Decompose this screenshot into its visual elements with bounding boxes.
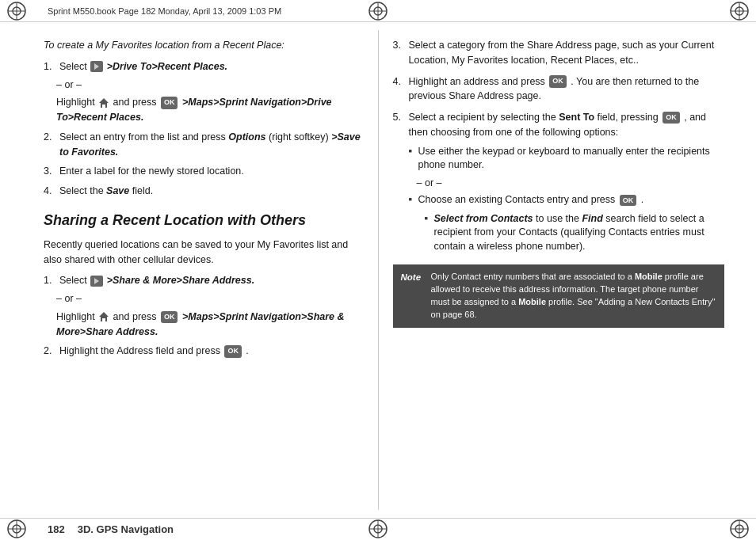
corner-bl-decoration xyxy=(6,519,27,539)
bullet2-text: Choose an existing Contacts entry and pr… xyxy=(418,194,618,205)
corner-br-decoration xyxy=(729,519,750,539)
left2-step-1: 1. Select >Share & More>Share Address. –… xyxy=(44,273,364,339)
left-column: To create a My Favorites location from a… xyxy=(0,22,378,518)
step2-2-period: . xyxy=(246,345,248,356)
bullet-item-2: Choose an existing Contacts entry and pr… xyxy=(409,193,724,253)
right-step5-text: Select a recipient by selecting the Sent… xyxy=(409,112,662,123)
step-1-content: Select >Drive To>Recent Places. xyxy=(59,59,364,74)
step3-text: Enter a label for the newly stored locat… xyxy=(59,165,244,177)
step2-1-or: – or – xyxy=(56,291,364,306)
section-para: Recently queried locations can be saved … xyxy=(44,238,364,268)
right-step-num-5: 5. xyxy=(393,110,406,125)
step2-num-1: 1. xyxy=(44,273,56,288)
nav-arrow-icon-2 xyxy=(90,276,103,287)
corner-tr-decoration xyxy=(729,1,750,21)
ok-btn-3: OK xyxy=(224,345,242,358)
step1-and-press: and press xyxy=(113,97,159,108)
step2-2-text: Highlight the Address field and press xyxy=(59,345,223,356)
right-step-4-content: Highlight an address and press OK . You … xyxy=(409,74,724,105)
step2-1-highlight: Highlight and press OK >Maps>Sprint Navi… xyxy=(56,310,364,340)
ok-btn-5: OK xyxy=(662,112,680,124)
step2-2-content: Highlight the Address field and press OK… xyxy=(59,344,364,359)
sub-bullet-select-from: Select from Contacts xyxy=(434,213,533,224)
corner-tl-decoration xyxy=(6,1,27,21)
sub-bullet-list: Select from Contacts to use the Find sea… xyxy=(425,212,724,254)
home-icon-1 xyxy=(98,97,109,108)
bullet-list-1: Use either the keypad or keyboard to man… xyxy=(409,145,724,173)
nav-arrow-icon-1 xyxy=(90,61,103,72)
step-num-3: 3. xyxy=(44,164,56,179)
note-box: Note Only Contact entry numbers that are… xyxy=(393,264,724,328)
bullet-item-1: Use either the keypad or keyboard to man… xyxy=(409,145,724,173)
step2-1-hl-content: Highlight and press OK >Maps>Sprint Navi… xyxy=(56,310,364,340)
or-between-bullets: – or – xyxy=(417,176,724,191)
left-step-2: 2. Select an entry from the list and pre… xyxy=(44,130,364,160)
left-intro: To create a My Favorites location from a… xyxy=(44,38,364,53)
step1-or: – or – xyxy=(56,78,364,93)
note-text: Only Contact entry numbers that are asso… xyxy=(431,271,716,321)
step-3-content: Enter a label for the newly stored locat… xyxy=(59,164,364,179)
step2-1-select: Select xyxy=(59,275,90,286)
svg-marker-10 xyxy=(99,98,109,108)
bottom-center-decoration xyxy=(368,519,388,539)
step1-hl-text: Highlight xyxy=(56,97,97,108)
bullet-list-2: Choose an existing Contacts entry and pr… xyxy=(409,193,724,253)
step4-text: Select the Save field. xyxy=(59,185,153,196)
step1-maps: >Maps>Sprint Navigation>Drive To>Recent … xyxy=(56,97,332,123)
sub-bullet-item-1: Select from Contacts to use the Find sea… xyxy=(425,212,724,254)
step1-drive-to: >Drive To>Recent Places. xyxy=(107,61,227,72)
step2-1-and-press: and press xyxy=(113,311,159,322)
step2-1-hl-text: Highlight xyxy=(56,311,97,322)
bullet2-period: . xyxy=(641,194,643,205)
left2-step-2: 2. Highlight the Address field and press… xyxy=(44,344,364,359)
content-area: To create a My Favorites location from a… xyxy=(0,22,756,518)
header-text: Sprint M550.book Page 182 Monday, April … xyxy=(48,6,281,16)
right-column: 3. Select a category from the Share Addr… xyxy=(379,22,756,518)
note-label: Note xyxy=(401,271,425,321)
right-step-3-content: Select a category from the Share Address… xyxy=(409,38,724,68)
ok-btn-4: OK xyxy=(549,75,567,88)
right-step3-text: Select a category from the Share Address… xyxy=(409,40,715,66)
left-step-1: 1. Select >Drive To>Recent Places. – or … xyxy=(44,59,364,125)
bullet1-text: Use either the keypad or keyboard to man… xyxy=(418,146,710,171)
step2-text: Select an entry from the list and press … xyxy=(59,131,361,158)
step1-highlight-content: Highlight and press OK >Maps>Sprint Navi… xyxy=(56,95,364,125)
left-step-4: 4. Select the Save field. xyxy=(44,184,364,199)
right-step-num-3: 3. xyxy=(393,38,406,53)
ok-btn-1: OK xyxy=(161,97,178,109)
step-num-1: 1. xyxy=(44,59,56,74)
step2-1-content: Select >Share & More>Share Address. xyxy=(59,273,364,288)
right-step-4: 4. Highlight an address and press OK . Y… xyxy=(393,74,724,105)
step2-num-2: 2. xyxy=(44,344,56,359)
step1-select: Select xyxy=(59,61,90,72)
ok-btn-6: OK xyxy=(620,195,637,207)
step-num-2: 2. xyxy=(44,130,56,145)
page-container: Sprint M550.book Page 182 Monday, April … xyxy=(0,0,756,540)
svg-marker-13 xyxy=(99,312,109,321)
right-step-num-4: 4. xyxy=(393,74,406,89)
top-center-decoration xyxy=(368,1,388,21)
right-step-3: 3. Select a category from the Share Addr… xyxy=(393,38,724,68)
step1-highlight: Highlight and press OK >Maps>Sprint Navi… xyxy=(56,95,364,125)
step-4-content: Select the Save field. xyxy=(59,184,364,199)
left-step-3: 3. Enter a label for the newly stored lo… xyxy=(44,164,364,179)
footer-page-number: 182 xyxy=(48,523,65,535)
footer-bar: 182 3D. GPS Navigation xyxy=(0,518,756,540)
home-icon-2 xyxy=(98,311,109,322)
right-step-5-content: Select a recipient by selecting the Sent… xyxy=(409,110,724,257)
step-num-4: 4. xyxy=(44,184,56,199)
footer-section: 3D. GPS Navigation xyxy=(78,523,174,535)
step2-1-share: >Share & More>Share Address. xyxy=(107,275,254,286)
ok-btn-2: OK xyxy=(161,311,178,324)
step-2-content: Select an entry from the list and press … xyxy=(59,130,364,160)
section-heading: Sharing a Recent Location with Others xyxy=(44,210,364,231)
right-step-5: 5. Select a recipient by selecting the S… xyxy=(393,110,724,257)
right-step4-text: Highlight an address and press xyxy=(409,76,548,87)
